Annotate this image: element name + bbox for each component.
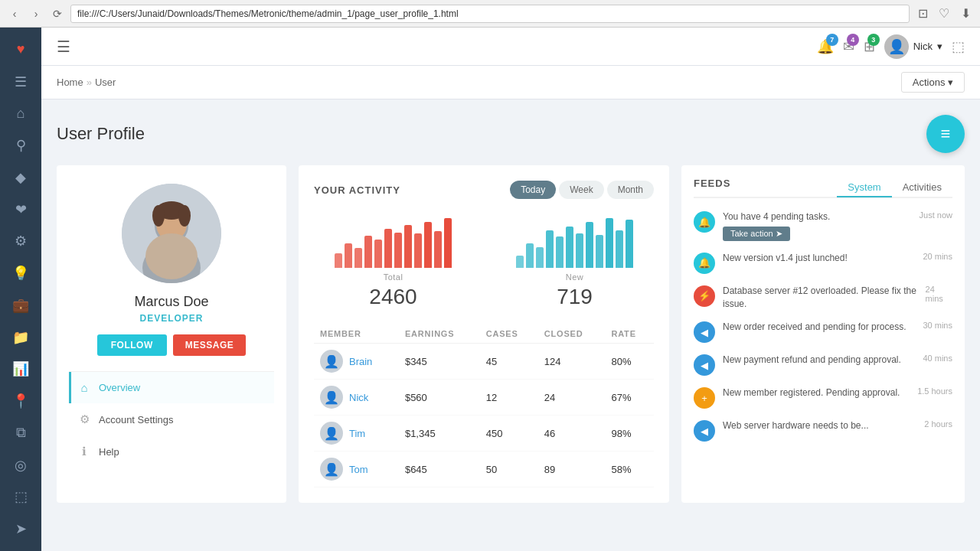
sidebar-location-icon[interactable]: 📍	[5, 386, 36, 416]
feed-content-4: New payment refund and pending approval.…	[723, 354, 952, 367]
member-avatar-2: 👤	[320, 422, 343, 445]
sidebar-settings-icon[interactable]: ⚙	[5, 227, 36, 256]
total-bar-7	[404, 225, 412, 268]
tab-system[interactable]: System	[837, 178, 891, 197]
svg-point-6	[152, 205, 165, 227]
message-notification[interactable]: ✉ 4	[843, 38, 854, 55]
activity-title: YOUR ACTIVITY	[314, 184, 400, 196]
sidebar-heart-icon[interactable]: ♥	[5, 35, 36, 64]
follow-button[interactable]: FOLLOW	[97, 334, 167, 356]
sidebar-send-icon[interactable]: ➤	[5, 514, 36, 543]
table-row: 👤 Brain $345 45 124 80%	[314, 344, 654, 380]
heart-icon[interactable]: ♡	[936, 5, 952, 22]
cases-cell-1: 12	[480, 380, 538, 416]
nav-item-help[interactable]: ℹ Help	[69, 435, 274, 468]
member-name-3[interactable]: Tom	[349, 464, 368, 475]
member-avatar-3: 👤	[320, 458, 343, 481]
rate-cell-0: 80%	[605, 344, 654, 380]
address-bar[interactable]	[70, 5, 910, 23]
feed-text-3: New order received and pending for proce…	[723, 321, 906, 334]
download-icon[interactable]: ⬇	[957, 5, 974, 22]
feed-item-6: ◀ Web server hardware needs to be... 2 h…	[694, 419, 952, 442]
actions-button[interactable]: Actions ▾	[901, 72, 965, 93]
cases-cell-2: 450	[480, 416, 538, 452]
sidebar-search-icon[interactable]: ⚲	[5, 131, 36, 160]
total-bar-1	[345, 243, 352, 269]
table-row: 👤 Tim $1,345 450 46 98%	[314, 416, 654, 452]
message-button[interactable]: MESSAGE	[173, 334, 247, 356]
feed-text-2: Database server #12 overloaded. Please f…	[723, 285, 926, 311]
sidebar-chart-icon[interactable]: 📊	[5, 355, 36, 384]
refresh-button[interactable]: ⟳	[49, 5, 66, 22]
cases-cell-0: 45	[480, 344, 538, 380]
new-bar-3	[546, 230, 554, 268]
feed-item-3: ◀ New order received and pending for pro…	[694, 321, 952, 343]
feed-icon-4: ◀	[694, 354, 715, 376]
closed-cell-1: 24	[538, 380, 606, 416]
nav-help-label: Help	[99, 446, 119, 458]
new-bar-8	[596, 235, 603, 268]
message-badge: 4	[847, 34, 859, 46]
activity-panel: YOUR ACTIVITY Today Week Month Total	[299, 165, 669, 503]
new-bar-1	[526, 243, 534, 269]
profile-panel: Marcus Doe DEVELOPER FOLLOW MESSAGE ⌂ Ov…	[57, 165, 286, 503]
tab-today[interactable]: Today	[510, 181, 556, 199]
member-cell-3: 👤 Tom	[314, 452, 399, 487]
nav-item-overview[interactable]: ⌂ Overview	[69, 372, 274, 403]
page-title: User Profile	[57, 124, 145, 144]
activity-header: YOUR ACTIVITY Today Week Month	[314, 181, 654, 199]
grid-badge: 3	[867, 34, 880, 46]
closed-cell-0: 124	[538, 344, 606, 380]
nav-item-account-settings[interactable]: ⚙ Account Settings	[69, 403, 274, 435]
info-icon: ℹ	[77, 445, 91, 458]
sidebar-menu-icon[interactable]: ☰	[5, 67, 36, 96]
user-nav[interactable]: 👤 Nick ▾	[884, 34, 942, 59]
settings-icon: ⚙	[77, 412, 91, 426]
sidebar-diamond-icon[interactable]: ◆	[5, 163, 36, 192]
tab-activities[interactable]: Activities	[892, 178, 952, 197]
member-name-2[interactable]: Tim	[349, 428, 365, 439]
sidebar-folder-icon[interactable]: 📁	[5, 323, 36, 352]
feed-time-4: 40 mins	[923, 354, 952, 363]
user-chevron-icon: ▾	[937, 41, 942, 52]
feed-icon-0: 🔔	[694, 211, 715, 233]
take-action-button[interactable]: Take action ➤	[723, 227, 790, 241]
bell-notification[interactable]: 🔔 7	[817, 38, 834, 55]
sidebar-home-icon[interactable]: ⌂	[5, 99, 36, 129]
sidebar-rss-icon[interactable]: ◎	[5, 451, 36, 480]
back-button[interactable]: ‹	[6, 5, 23, 22]
members-table: MEMBER EARNINGS CASES CLOSED RATE 👤	[314, 324, 654, 487]
sidebar-heart2-icon[interactable]: ❤	[5, 195, 36, 224]
sidebar-window-icon[interactable]: ⬚	[5, 483, 36, 512]
logout-button[interactable]: ⬚	[952, 38, 965, 55]
sidebar-layers-icon[interactable]: ⧉	[5, 419, 36, 448]
total-bar-5	[384, 229, 392, 268]
total-bar-6	[394, 233, 402, 268]
feeds-tabs: System Activities	[837, 178, 952, 188]
col-member: MEMBER	[314, 324, 399, 344]
member-name-1[interactable]: Nick	[349, 392, 368, 403]
cast-icon[interactable]: ⊡	[914, 5, 931, 22]
tab-month[interactable]: Month	[607, 181, 654, 199]
total-chart: Total 2460	[314, 214, 472, 309]
forward-button[interactable]: ›	[28, 5, 44, 22]
breadcrumb-home[interactable]: Home	[57, 77, 83, 88]
hamburger-button[interactable]: ☰	[57, 37, 70, 56]
svg-point-7	[178, 205, 191, 227]
member-name-0[interactable]: Brain	[349, 356, 372, 367]
profile-avatar	[122, 184, 221, 283]
fab-button[interactable]: ≡	[926, 115, 965, 153]
sidebar-briefcase-icon[interactable]: 💼	[5, 291, 36, 320]
activity-tabs: Today Week Month	[510, 181, 654, 199]
new-bar-0	[516, 256, 524, 268]
feed-item-0: 🔔 You have 4 pending tasks.Take action ➤…	[694, 210, 952, 241]
feed-item-4: ◀ New payment refund and pending approva…	[694, 354, 952, 376]
feed-icon-2: ⚡	[694, 285, 715, 307]
sidebar-bulb-icon[interactable]: 💡	[5, 259, 36, 288]
grid-notification[interactable]: ⊞ 3	[864, 38, 875, 55]
tab-week[interactable]: Week	[559, 181, 603, 199]
feed-item-1: 🔔 New version v1.4 just lunched! 20 mins	[694, 252, 952, 274]
profile-name: Marcus Doe	[69, 294, 274, 310]
feed-time-6: 2 hours	[924, 419, 952, 429]
table-row: 👤 Nick $560 12 24 67%	[314, 380, 654, 416]
